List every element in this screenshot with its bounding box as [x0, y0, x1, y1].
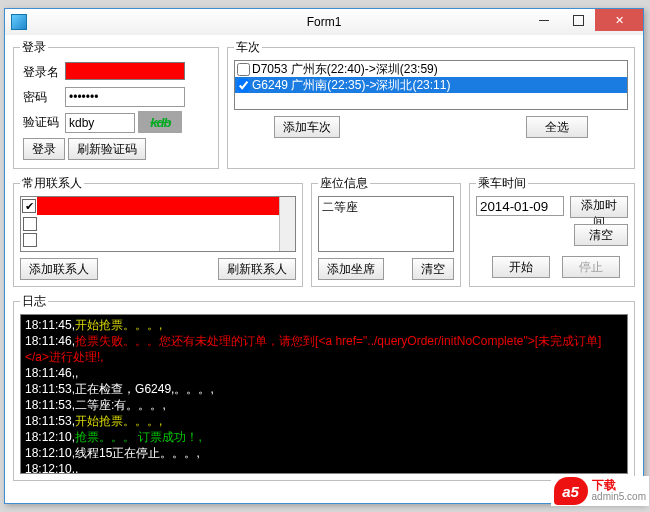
time-group: 乘车时间 添加时间 清空 开始 停止 — [469, 175, 635, 287]
refresh-captcha-button[interactable]: 刷新验证码 — [68, 138, 146, 160]
maximize-button[interactable] — [561, 9, 595, 31]
contact-checkbox[interactable]: ✔ — [22, 199, 36, 213]
seat-list[interactable]: 二等座 — [318, 196, 454, 252]
add-seat-button[interactable]: 添加坐席 — [318, 258, 384, 280]
a5-logo-icon: a5 — [554, 477, 588, 505]
minimize-button[interactable] — [527, 9, 561, 31]
password-label: 密码 — [20, 85, 62, 109]
train-text: G6249 广州南(22:35)->深圳北(23:11) — [252, 77, 450, 94]
watermark-label: 下载 — [592, 478, 616, 492]
app-window: Form1 登录 登录名 密码 — [4, 8, 644, 504]
contacts-list[interactable]: ✔ — [20, 196, 296, 252]
watermark-url: admin5.com — [592, 491, 646, 503]
contact-name — [37, 197, 279, 215]
login-legend: 登录 — [20, 39, 48, 56]
select-all-button[interactable]: 全选 — [526, 116, 588, 138]
login-button[interactable]: 登录 — [23, 138, 65, 160]
add-contact-button[interactable]: 添加联系人 — [20, 258, 98, 280]
seat-item[interactable]: 二等座 — [322, 199, 450, 216]
username-label: 登录名 — [20, 60, 62, 85]
trains-group: 车次 D7053 广州东(22:40)->深圳(23:59) G6249 广州南… — [227, 39, 635, 169]
log-legend: 日志 — [20, 293, 48, 310]
add-time-button[interactable]: 添加时间 — [570, 196, 628, 218]
train-text: D7053 广州东(22:40)->深圳(23:59) — [252, 61, 438, 78]
titlebar[interactable]: Form1 — [5, 9, 643, 35]
log-group: 日志 18:11:45,开始抢票。。。,18:11:46,抢票失败。。。您还有未… — [13, 293, 635, 481]
clear-seats-button[interactable]: 清空 — [412, 258, 454, 280]
close-button[interactable] — [595, 9, 643, 31]
start-button[interactable]: 开始 — [492, 256, 550, 278]
clear-time-button[interactable]: 清空 — [574, 224, 628, 246]
contacts-legend: 常用联系人 — [20, 175, 84, 192]
stop-button[interactable]: 停止 — [562, 256, 620, 278]
add-train-button[interactable]: 添加车次 — [274, 116, 340, 138]
log-output[interactable]: 18:11:45,开始抢票。。。,18:11:46,抢票失败。。。您还有未处理的… — [20, 314, 628, 474]
app-icon — [11, 14, 27, 30]
password-input[interactable] — [65, 87, 185, 107]
contact-checkbox[interactable] — [23, 233, 37, 247]
username-input[interactable] — [65, 62, 185, 80]
seats-group: 座位信息 二等座 添加坐席 清空 — [311, 175, 461, 287]
refresh-contacts-button[interactable]: 刷新联系人 — [218, 258, 296, 280]
train-checkbox[interactable] — [237, 63, 250, 76]
captcha-input[interactable] — [65, 113, 135, 133]
captcha-label: 验证码 — [20, 109, 62, 135]
date-input[interactable] — [476, 196, 564, 216]
watermark: a5 下载 admin5.com — [551, 476, 649, 506]
login-group: 登录 登录名 密码 验证码 kdb — [13, 39, 219, 169]
train-checkbox[interactable] — [237, 79, 250, 92]
train-row[interactable]: D7053 广州东(22:40)->深圳(23:59) — [235, 61, 627, 77]
contacts-group: 常用联系人 ✔ 添加联系人 刷新联系人 — [13, 175, 303, 287]
scrollbar[interactable] — [279, 197, 295, 251]
trains-legend: 车次 — [234, 39, 262, 56]
time-legend: 乘车时间 — [476, 175, 528, 192]
seats-legend: 座位信息 — [318, 175, 370, 192]
contact-checkbox[interactable] — [23, 217, 37, 231]
captcha-image[interactable]: kdb — [138, 111, 182, 133]
train-list[interactable]: D7053 广州东(22:40)->深圳(23:59) G6249 广州南(22… — [234, 60, 628, 110]
train-row[interactable]: G6249 广州南(22:35)->深圳北(23:11) — [235, 77, 627, 93]
